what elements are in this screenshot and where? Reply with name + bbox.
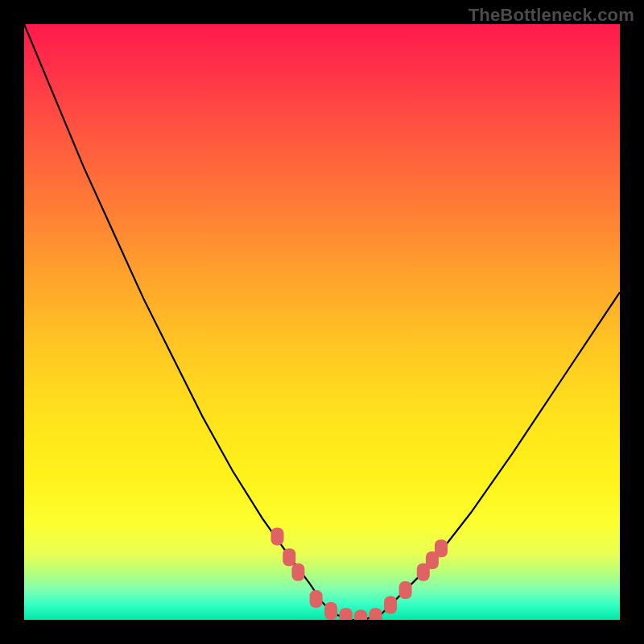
curve-marker: [340, 608, 353, 620]
curve-marker: [291, 564, 304, 581]
curve-marker: [435, 539, 448, 557]
chart-frame: TheBottleneck.com: [0, 0, 644, 644]
curve-marker: [399, 581, 412, 599]
curve-marker: [310, 590, 323, 608]
curve-layer: [24, 24, 620, 620]
curve-marker: [369, 608, 382, 620]
watermark-text: TheBottleneck.com: [469, 5, 634, 26]
curve-marker: [324, 602, 337, 620]
curve-markers: [271, 527, 448, 620]
curve-marker: [271, 527, 284, 545]
bottleneck-curve: [24, 24, 620, 620]
curve-marker: [283, 548, 295, 566]
plot-area: [24, 24, 620, 620]
curve-marker: [354, 610, 367, 620]
curve-marker: [384, 597, 397, 614]
